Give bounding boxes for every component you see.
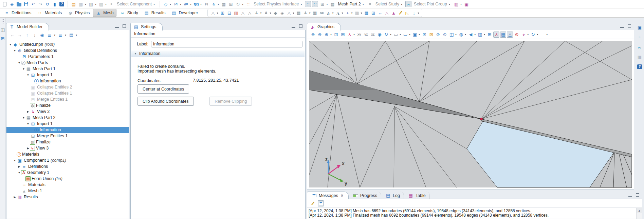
- bounding-box-icon[interactable]: ⊞: [486, 32, 493, 38]
- dropdown-caret[interactable]: ▾: [76, 34, 77, 37]
- help-icon[interactable]: [59, 1, 65, 7]
- new-file-icon[interactable]: [2, 1, 8, 7]
- tab-definitions[interactable]: ≡Definitions: [1, 9, 34, 17]
- expanded-arrow-icon[interactable]: ▼: [26, 74, 30, 77]
- add-component-icon[interactable]: ▥: [98, 1, 104, 7]
- tab-results-icon[interactable]: ▤: [144, 10, 150, 16]
- tab-progress[interactable]: Progress: [349, 192, 381, 199]
- tab-mesh-icon[interactable]: ▲: [95, 10, 102, 16]
- node-finalize-part2-icon[interactable]: ◍: [30, 140, 35, 145]
- maximize-button[interactable]: [123, 24, 126, 28]
- tab-messages-icon[interactable]: [311, 193, 317, 199]
- node-mesh-part-2[interactable]: ▼▦Mesh Part 2: [6, 115, 129, 121]
- maximize-button[interactable]: [628, 24, 631, 28]
- node-global-definitions[interactable]: ▼⊕Global Definitions: [6, 47, 129, 54]
- size-expression-icon[interactable]: △: [246, 10, 253, 16]
- view-yz-icon[interactable]: yz: [363, 32, 369, 38]
- build-matrix-icon[interactable]: ▦: [221, 1, 227, 7]
- mesh-part-dropdown[interactable]: Mesh Part 2▾: [336, 2, 366, 6]
- node-collapse-entities-2[interactable]: ▣Collapse Entities 2: [6, 84, 129, 90]
- dropdown-caret[interactable]: ▾: [361, 12, 362, 15]
- move-up-icon[interactable]: ↑: [24, 32, 30, 38]
- node-component-materials[interactable]: ∷Materials: [6, 182, 129, 188]
- select-study-dropdown[interactable]: Select Study▾: [374, 2, 404, 6]
- dropdown-caret[interactable]: ▾: [170, 3, 171, 6]
- minimize-button[interactable]: [115, 25, 119, 28]
- dropdown-caret[interactable]: ▾: [351, 12, 353, 15]
- more-options-dropdown[interactable]: [539, 32, 546, 38]
- node-geometry-1[interactable]: ▼AGeometry 1: [6, 170, 129, 176]
- tab-materials[interactable]: ∷Materials: [34, 9, 64, 17]
- import-table-icon[interactable]: ⊞: [228, 1, 234, 7]
- expanded-arrow-icon[interactable]: ▼: [17, 61, 21, 64]
- measure-icon[interactable]: ↔: [377, 10, 383, 16]
- node-information-icon[interactable]: i: [34, 79, 39, 83]
- dropdown-caret[interactable]: ▾: [546, 33, 548, 36]
- view-hidden-icon[interactable]: ◫: [448, 32, 455, 38]
- zoom-out-icon[interactable]: ⊖: [317, 32, 323, 38]
- dropdown-caret[interactable]: ▾: [260, 12, 261, 15]
- compute-icon[interactable]: =: [367, 1, 373, 7]
- collapsed-arrow-icon[interactable]: ▶: [13, 196, 17, 199]
- deselect-icon[interactable]: ⊠: [428, 32, 434, 38]
- node-mesh-part-2-icon[interactable]: ▦: [25, 115, 32, 121]
- dropdown-caret[interactable]: ▾: [85, 3, 86, 6]
- zoom-extents-icon[interactable]: ⊡: [333, 32, 339, 38]
- tab-table-icon[interactable]: ▦: [408, 193, 414, 199]
- help-window-icon[interactable]: [637, 64, 643, 70]
- select-component-dropdown[interactable]: Select Component▾: [115, 2, 157, 6]
- expanded-arrow-icon[interactable]: ▼: [17, 171, 21, 174]
- study-icon[interactable]: ∞: [405, 1, 411, 7]
- zoom-in-icon[interactable]: ⊕: [310, 32, 316, 38]
- scene-light-icon[interactable]: ▭: [393, 32, 399, 38]
- variables-icon[interactable]: a=: [183, 1, 189, 7]
- select-plot-group-dropdown[interactable]: Select Plot Group▾: [412, 2, 452, 6]
- collapsed-arrow-icon[interactable]: ▶: [17, 165, 21, 168]
- minimize-button[interactable]: [628, 194, 632, 197]
- dropdown-caret[interactable]: ▾: [330, 33, 332, 36]
- mesh-3d-view[interactable]: z x y: [307, 39, 634, 190]
- tab-physics-icon[interactable]: ⊛: [67, 10, 73, 16]
- lock-icon[interactable]: +: [345, 10, 351, 16]
- node-import-1[interactable]: ▼⊞Import 1: [6, 72, 129, 78]
- add-study-window-icon[interactable]: ∞: [637, 44, 643, 50]
- scene-sphere-icon[interactable]: ◍: [458, 32, 464, 38]
- node-form-union-icon[interactable]: ▭: [25, 176, 31, 181]
- dropdown-caret[interactable]: ▾: [300, 3, 302, 6]
- tab-log-icon[interactable]: ▤: [385, 193, 391, 199]
- node-mesh-part-1-icon[interactable]: ▦: [25, 66, 32, 72]
- dropdown-caret[interactable]: ▾: [537, 33, 538, 36]
- redo-icon[interactable]: ↷: [37, 1, 43, 7]
- mesh-parts-toggle-icon[interactable]: ∷: [305, 1, 311, 7]
- node-component-1-icon[interactable]: ▣: [17, 157, 23, 163]
- scroll-up-icon[interactable]: ▲: [637, 208, 642, 213]
- zoom-box-icon[interactable]: ⊕: [324, 32, 330, 38]
- windows-icon[interactable]: ▥: [637, 54, 643, 60]
- show-icon[interactable]: ◉: [39, 32, 45, 38]
- node-mesh-parts[interactable]: ▼△Mesh Parts: [6, 60, 129, 66]
- dropdown-caret[interactable]: ▾: [293, 12, 294, 15]
- node-view-2-icon[interactable]: ↳: [30, 108, 36, 115]
- tab-developer[interactable]: ▤Developer: [168, 9, 200, 17]
- node-mesh-part-1[interactable]: ▼▦Mesh Part 1: [6, 66, 129, 72]
- mapped-icon[interactable]: ▦: [295, 10, 301, 16]
- transparency-icon[interactable]: ▭: [402, 32, 408, 38]
- variable-utilities-icon[interactable]: a: [210, 1, 217, 7]
- node-finalize[interactable]: ◍Finalize: [6, 102, 129, 108]
- node-text-icon[interactable]: ▤: [68, 32, 74, 38]
- size-expr-icon[interactable]: a=: [318, 10, 325, 16]
- dropdown-caret[interactable]: ▾: [218, 3, 219, 6]
- open-messages-window-icon[interactable]: [318, 200, 324, 206]
- parameters-icon[interactable]: Pi: [173, 1, 179, 7]
- collapsed-arrow-icon[interactable]: ▶: [26, 147, 30, 150]
- copy-mesh-icon[interactable]: ▥: [233, 10, 239, 16]
- move-down-icon[interactable]: ↓: [32, 32, 38, 38]
- dropdown-caret[interactable]: ▾: [309, 12, 310, 15]
- convert-icon[interactable]: ▥: [354, 10, 360, 16]
- node-results-icon[interactable]: ▥: [17, 194, 23, 200]
- dropdown-caret[interactable]: ▾: [326, 3, 328, 6]
- node-import-1-part2-icon[interactable]: ⊞: [30, 121, 36, 127]
- node-import-1-icon[interactable]: ⊞: [30, 72, 36, 78]
- dropdown-caret[interactable]: ▾: [242, 3, 243, 6]
- clear-messages-icon[interactable]: [310, 200, 316, 206]
